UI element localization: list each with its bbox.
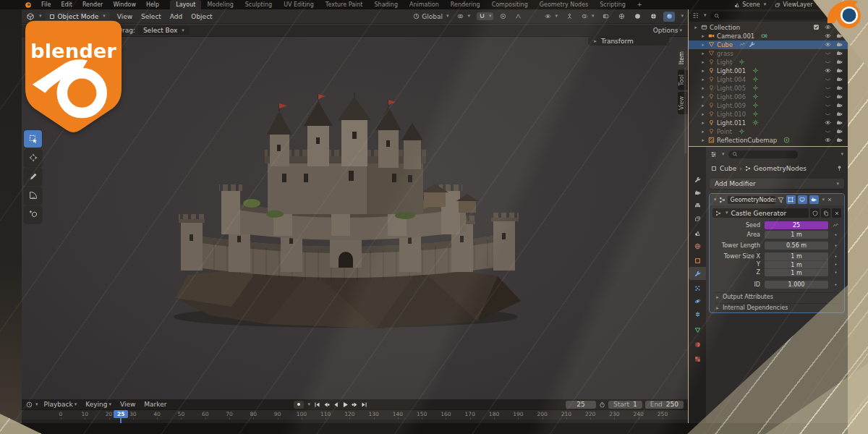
section-output-attributes[interactable]: ▸Output Attributes xyxy=(715,292,838,301)
render-visibility-toggle[interactable] xyxy=(836,137,843,145)
expand-icon[interactable]: ▸ xyxy=(700,77,706,82)
workspace-tab-texture-paint[interactable]: Texture Paint xyxy=(320,0,369,9)
playhead-line[interactable] xyxy=(120,418,122,423)
outliner-item-light-005[interactable]: ▸Light.005 xyxy=(689,84,848,93)
add-workspace-button[interactable]: + xyxy=(631,0,648,9)
outliner-item-light-004[interactable]: ▸Light.004 xyxy=(689,75,848,84)
properties-tab-tool[interactable] xyxy=(689,173,706,186)
modifier-extras-icon[interactable]: ▾ xyxy=(822,197,825,203)
editor-type-properties-icon[interactable] xyxy=(710,151,717,158)
outliner-item-collection[interactable]: ▸Collection xyxy=(689,23,848,32)
expand-icon[interactable]: ▸ xyxy=(700,42,706,48)
editor-type-timeline-icon[interactable] xyxy=(26,401,33,408)
render-visibility-toggle[interactable] xyxy=(836,85,843,93)
viewport-scrollbar[interactable] xyxy=(684,67,686,154)
expand-icon[interactable]: ▸ xyxy=(700,68,706,74)
workspace-tab-geometry-nodes[interactable]: Geometry Nodes xyxy=(534,0,594,9)
hide-toggle[interactable] xyxy=(825,50,831,58)
render-visibility-toggle[interactable] xyxy=(836,59,843,67)
render-visibility-toggle[interactable] xyxy=(836,76,843,84)
field-id-value[interactable]: 1.000 xyxy=(765,281,828,289)
hide-toggle[interactable] xyxy=(825,41,831,49)
properties-tab-physics[interactable] xyxy=(689,294,706,307)
field-seed-value[interactable]: 25 xyxy=(765,221,828,229)
breadcrumb-object[interactable]: Cube xyxy=(720,165,736,172)
unlink-button[interactable] xyxy=(832,208,841,218)
properties-tab-constraints[interactable] xyxy=(689,307,706,320)
properties-search-input[interactable] xyxy=(728,150,798,158)
properties-tab-output[interactable] xyxy=(689,199,706,212)
properties-tab-object[interactable] xyxy=(689,254,706,267)
end-frame-field[interactable]: End250 xyxy=(645,401,684,409)
view-layer-selector[interactable]: ViewLayer▾ xyxy=(772,1,822,8)
workspace-tab-sculpting[interactable]: Sculpting xyxy=(239,0,278,9)
topbar-menu-window[interactable]: Window xyxy=(108,1,141,8)
shading-wireframe-button[interactable] xyxy=(616,12,627,22)
properties-tab-texture[interactable] xyxy=(689,352,706,365)
render-visibility-toggle[interactable] xyxy=(836,111,843,119)
topbar-menu-help[interactable]: Help xyxy=(141,1,164,8)
field-area-value[interactable]: 1 m xyxy=(765,231,828,239)
proportional-editing-toggle[interactable] xyxy=(498,12,509,20)
properties-tab-scene[interactable] xyxy=(689,226,706,239)
properties-tab-particles[interactable] xyxy=(689,281,706,294)
field-seed-decorator[interactable] xyxy=(833,222,839,230)
hide-toggle[interactable] xyxy=(825,59,831,67)
viewport-menu-object[interactable]: Object xyxy=(187,13,216,20)
expand-icon[interactable]: ▸ xyxy=(700,129,706,135)
outliner-item-light-006[interactable]: ▸Light.006 xyxy=(689,93,848,101)
pivot-dropdown[interactable]: ▾ xyxy=(455,12,472,20)
outliner-item-light-010[interactable]: ▸Light.010 xyxy=(689,110,848,119)
workspace-tab-scripting[interactable]: Scripting xyxy=(594,0,631,9)
jump-to-start-button[interactable] xyxy=(312,401,322,409)
render-visibility-toggle[interactable] xyxy=(836,67,843,75)
display-realtime-toggle[interactable] xyxy=(798,195,807,204)
stopwatch-icon[interactable] xyxy=(599,401,605,408)
outliner-item-light-011[interactable]: ▸Light.011 xyxy=(689,119,848,127)
field-area-decorator[interactable] xyxy=(833,231,839,239)
tool-annotate-button[interactable] xyxy=(24,168,42,185)
outliner-item-light-001[interactable]: ▸Light.001 xyxy=(689,67,848,75)
start-frame-field[interactable]: Start1 xyxy=(608,401,642,409)
auto-keying-button[interactable] xyxy=(294,401,304,409)
modifier-header[interactable]: ▾ GeometryNodes ▾ xyxy=(710,194,844,205)
previous-frame-button[interactable] xyxy=(331,401,341,409)
blender-app-icon[interactable] xyxy=(25,1,32,9)
collapse-icon[interactable]: ▾ xyxy=(714,197,717,203)
visibility-dropdown[interactable]: ▾ xyxy=(542,12,560,20)
options-dropdown[interactable]: Options▾ xyxy=(653,27,682,34)
render-visibility-toggle[interactable] xyxy=(836,41,843,49)
shading-solid-button[interactable] xyxy=(631,12,643,22)
castle-model[interactable] xyxy=(159,93,535,331)
orientation-dropdown[interactable]: Global▾ xyxy=(411,12,451,21)
timeline-menu-marker[interactable]: Marker xyxy=(140,401,171,408)
properties-tab-render[interactable] xyxy=(689,186,706,199)
properties-tab-modifiers[interactable] xyxy=(689,267,706,280)
breadcrumb-datablock[interactable]: GeometryNodes xyxy=(754,165,807,172)
shading-rendered-button[interactable] xyxy=(663,12,675,22)
hide-toggle[interactable] xyxy=(825,93,831,101)
hide-toggle[interactable] xyxy=(825,85,831,93)
outliner-item-camera-001[interactable]: ▸Camera.001 xyxy=(689,32,848,41)
properties-tab-view-layer[interactable] xyxy=(689,212,706,225)
field-y-value[interactable]: 1 m xyxy=(765,260,828,268)
properties-tab-world[interactable] xyxy=(689,239,706,252)
node-group-selector[interactable]: ▾ Castle Generator xyxy=(712,208,809,218)
expand-icon[interactable]: ▸ xyxy=(700,111,706,117)
topbar-menu-file[interactable]: File xyxy=(36,1,56,8)
shading-material-button[interactable] xyxy=(647,12,659,22)
workspace-tab-rendering[interactable]: Rendering xyxy=(445,0,486,9)
expand-icon[interactable]: ▸ xyxy=(700,59,706,65)
field-tower-size-x-value[interactable]: 1 m xyxy=(765,252,828,260)
render-visibility-toggle[interactable] xyxy=(836,119,843,127)
hide-toggle[interactable] xyxy=(825,76,831,84)
timeline-menu-keying[interactable]: Keying▾ xyxy=(81,401,116,408)
previous-keyframe-button[interactable] xyxy=(322,401,331,409)
snap-dropdown[interactable]: ▾ xyxy=(477,12,494,20)
transform-panel-header[interactable]: ▸ Transform xyxy=(588,36,669,46)
timeline-menu-playback[interactable]: Playback▾ xyxy=(40,401,82,408)
current-frame-field[interactable]: 25 xyxy=(566,401,596,409)
viewport-menu-add[interactable]: Add xyxy=(166,13,187,20)
properties-tab-material[interactable] xyxy=(689,338,706,351)
hide-toggle[interactable] xyxy=(825,102,831,110)
